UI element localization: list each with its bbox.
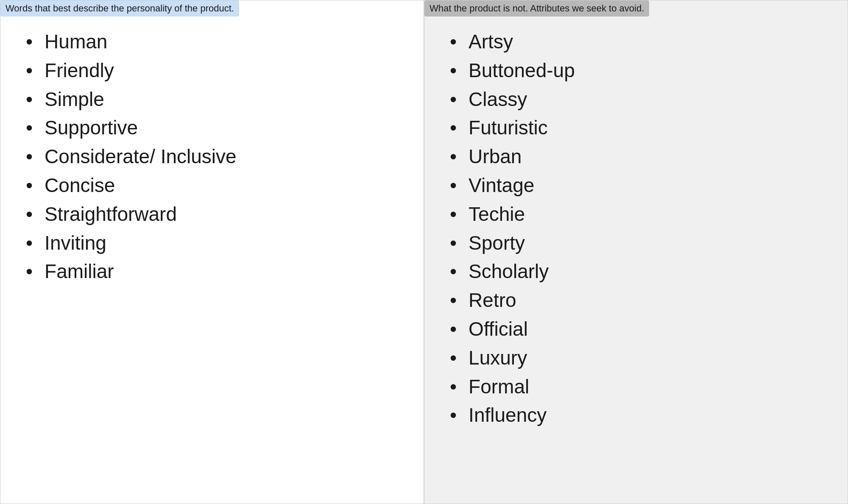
list-item: Simple [26, 87, 402, 112]
main-container: Words that best describe the personality… [0, 0, 848, 504]
list-item: Buttoned-up [450, 58, 826, 84]
right-panel-header: What the product is not. Attributes we s… [424, 0, 649, 17]
list-item: Human [26, 29, 402, 55]
right-item-list: ArtsyButtoned-upClassyFuturisticUrbanVin… [450, 29, 826, 428]
list-item: Formal [450, 374, 826, 400]
right-panel-content: ArtsyButtoned-upClassyFuturisticUrbanVin… [424, 17, 848, 448]
right-panel: What the product is not. Attributes we s… [424, 0, 848, 504]
left-panel: Words that best describe the personality… [0, 0, 424, 504]
left-panel-content: HumanFriendlySimpleSupportiveConsiderate… [0, 17, 424, 305]
list-item: Familiar [26, 259, 402, 284]
list-item: Official [450, 317, 826, 342]
list-item: Inviting [26, 231, 402, 256]
list-item: Techie [450, 202, 826, 227]
list-item: Scholarly [450, 259, 826, 284]
list-item: Retro [450, 288, 826, 313]
list-item: Considerate/ Inclusive [26, 144, 402, 170]
list-item: Friendly [26, 58, 402, 84]
list-item: Urban [450, 144, 826, 170]
list-item: Luxury [450, 345, 826, 371]
left-item-list: HumanFriendlySimpleSupportiveConsiderate… [26, 29, 402, 284]
list-item: Supportive [26, 115, 402, 141]
list-item: Concise [26, 173, 402, 198]
list-item: Artsy [450, 29, 826, 55]
list-item: Influency [450, 403, 826, 428]
list-item: Classy [450, 87, 826, 112]
list-item: Straightforward [26, 202, 402, 227]
list-item: Futuristic [450, 115, 826, 141]
list-item: Vintage [450, 173, 826, 198]
left-panel-header: Words that best describe the personality… [0, 0, 239, 17]
list-item: Sporty [450, 231, 826, 256]
